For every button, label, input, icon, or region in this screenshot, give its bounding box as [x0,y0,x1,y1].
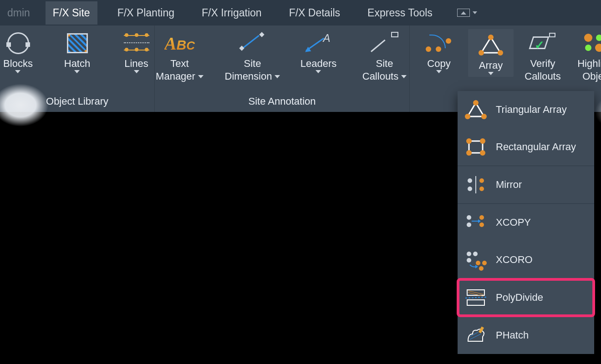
tool-label: Copy [427,57,450,70]
chevron-down-icon [74,70,80,73]
tool-label: Site [376,57,393,70]
phatch-icon [464,325,488,346]
svg-point-6 [465,114,470,119]
tool-label: Manager [156,70,195,83]
svg-point-16 [479,178,484,183]
panel-title: Site Annotation [248,93,316,112]
panel-site-annotation: ABC TextManager SiteDimension A Leaders … [155,25,410,112]
svg-point-20 [479,215,484,220]
highlight-icon [584,33,601,54]
menu-item-xcoro[interactable]: XCORO [458,241,594,278]
menu-item-label: XCOPY [496,217,531,228]
svg-point-12 [480,150,485,156]
menu-item-label: Mirror [496,179,522,191]
tool-label: Text [170,57,188,70]
menu-item-label: Rectangular Array [496,141,576,153]
menu-item-xcopy[interactable]: XCOPY [458,204,594,241]
tool-label: Site [244,57,261,70]
ribbon-display-dropdown[interactable] [457,9,477,17]
tool-label: Array [479,59,503,72]
menu-item-label: PHatch [496,329,529,341]
menu-item-label: Triangular Array [496,104,567,116]
chevron-down-icon [316,70,321,73]
menu-item-phatch[interactable]: PHatch [458,317,594,354]
panel-title: Object Library [46,93,108,112]
panel-object-library: Blocks Hatch Lines Object Library [0,25,155,112]
caret-down-icon [473,11,477,14]
menu-item-mirror[interactable]: Mirror [458,166,594,203]
xcoro-icon [464,249,488,270]
textmgr-icon: ABC [164,33,195,54]
svg-point-23 [467,252,471,256]
tab-fx-planting[interactable]: F/X Planting [110,1,182,25]
tool-label: Verify [530,57,555,70]
tool-label: Callouts [525,70,560,83]
tab-express-tools[interactable]: Express Tools [360,1,440,25]
tab-fx-irrigation[interactable]: F/X Irrigation [194,1,269,25]
site-dimension-button[interactable]: SiteDimension [223,29,282,83]
copy-icon [426,33,452,54]
chevron-down-icon [198,75,204,78]
svg-point-10 [480,138,485,144]
hatch-icon [67,33,88,53]
chevron-down-icon [134,70,139,73]
tab-cut-left: dmin [5,7,33,19]
hatch-button[interactable]: Hatch [55,29,100,73]
svg-point-26 [476,261,480,265]
leaders-button[interactable]: A Leaders [296,29,341,73]
verify-icon: ✓ [530,33,555,54]
svg-point-25 [467,258,471,263]
tool-label: Hatch [64,57,90,70]
chevron-down-icon [275,75,280,78]
text-manager-button[interactable]: ABC TextManager [150,29,209,83]
site-callouts-button[interactable]: SiteCallouts [355,29,414,83]
tri-array-icon [464,99,488,120]
chevron-down-icon [15,70,20,73]
tool-label: Dimension [225,70,272,83]
svg-point-21 [479,222,484,227]
ribbon-tab-strip: dmin F/X Site F/X Planting F/X Irrigatio… [0,0,601,25]
svg-point-19 [467,222,471,227]
copy-button[interactable]: Copy [416,29,462,73]
chevron-down-icon [436,70,442,73]
svg-point-5 [473,100,479,106]
svg-point-3 [498,50,503,56]
svg-marker-29 [475,265,478,268]
svg-point-28 [479,266,484,271]
blocks-button[interactable]: Blocks [0,29,41,73]
polydivide-icon [464,287,488,308]
tool-label: Blocks [3,57,33,70]
highlight-object-button[interactable]: HighlightObject [572,29,601,83]
svg-point-27 [482,261,487,265]
menu-item-polydivide[interactable]: PolyDivide [458,279,594,316]
array-button[interactable]: Array [468,29,514,77]
svg-point-14 [468,178,472,183]
svg-point-17 [479,187,484,191]
tab-fx-details[interactable]: F/X Details [282,1,347,25]
callouts-icon [371,32,398,55]
menu-item-label: XCORO [496,254,533,266]
mirror-icon [464,174,488,195]
svg-point-18 [467,215,471,220]
array-icon [479,35,503,56]
verify-callouts-button[interactable]: ✓ VerifyCallouts [520,29,565,83]
dimension-icon [239,32,266,55]
menu-item-triangular-array[interactable]: Triangular Array [458,91,594,128]
svg-line-32 [465,297,486,298]
svg-point-15 [468,187,472,191]
menu-item-rectangular-array[interactable]: Rectangular Array [458,128,594,166]
svg-point-7 [481,114,487,119]
chevron-down-icon [401,75,407,78]
svg-point-2 [479,50,484,56]
rect-array-icon [464,136,488,157]
svg-point-24 [473,252,478,256]
menu-item-label: PolyDivide [496,292,543,303]
tab-fx-site[interactable]: F/X Site [46,1,97,25]
leaders-icon: A [305,32,332,55]
tool-label: Callouts [362,70,398,83]
xcopy-icon [464,212,488,233]
svg-point-9 [466,138,472,144]
tool-label: Object [582,70,601,83]
chevron-down-icon [488,72,494,75]
caret-up-icon [461,11,466,15]
